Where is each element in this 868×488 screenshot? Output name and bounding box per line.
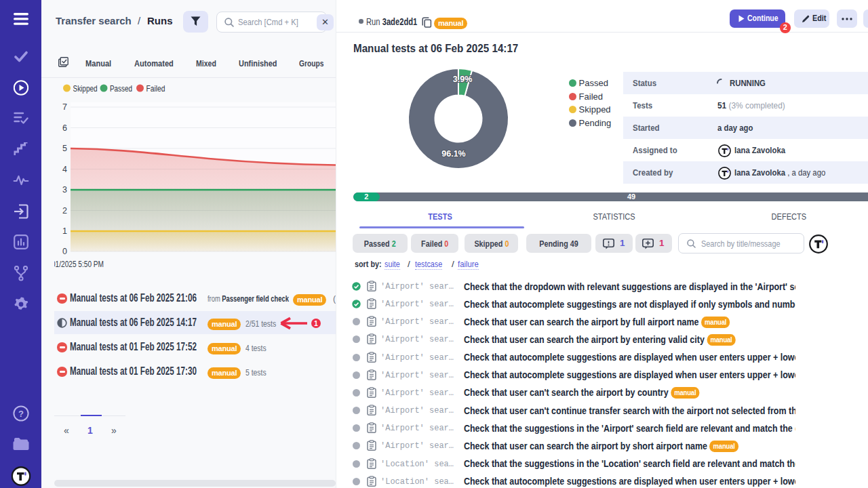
svg-text:01/2025 5:50 PM: 01/2025 5:50 PM — [54, 260, 104, 269]
svg-text:7: 7 — [62, 102, 67, 112]
svg-text:?: ? — [18, 409, 24, 419]
svg-text:5: 5 — [62, 144, 67, 153]
svg-text:3.9%: 3.9% — [453, 75, 473, 84]
svg-text:0: 0 — [62, 247, 67, 256]
svg-text:Skipped: Skipped — [73, 83, 98, 94]
svg-text:3: 3 — [62, 185, 67, 195]
svg-text:96.1%: 96.1% — [441, 149, 465, 159]
svg-text:Failed: Failed — [146, 83, 165, 94]
svg-text:Passed: Passed — [110, 83, 132, 94]
svg-text:1: 1 — [62, 226, 67, 236]
svg-text:4: 4 — [62, 165, 67, 174]
svg-text:2: 2 — [62, 206, 67, 216]
svg-text:6: 6 — [62, 123, 67, 133]
